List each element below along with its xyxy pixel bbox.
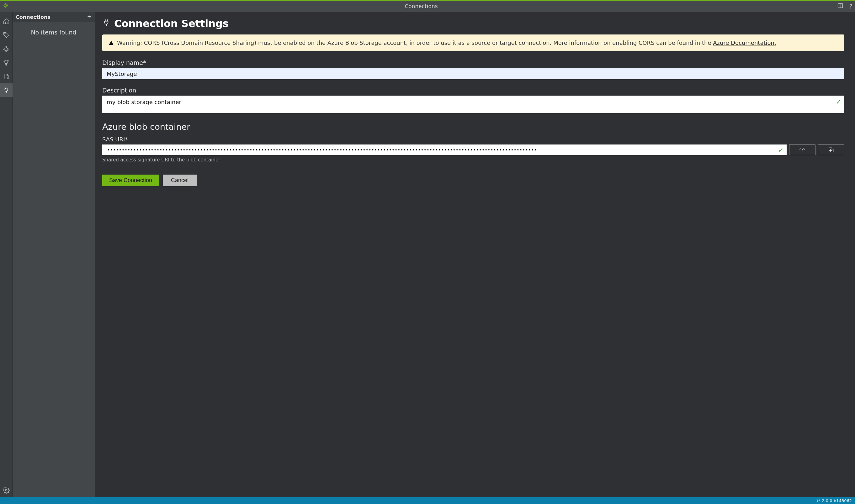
blob-section-heading: Azure blob container [102,122,844,132]
main-content: Connection Settings Warning: CORS (Cross… [95,12,855,497]
save-connection-button[interactable]: Save Connection [102,175,159,186]
sidebar-empty-text: No items found [31,29,76,36]
svg-point-2 [4,34,5,34]
reveal-sas-button[interactable] [789,144,816,155]
svg-point-13 [5,489,7,491]
rail-ideas[interactable] [0,56,13,70]
svg-point-21 [819,500,820,500]
app-logo-icon [2,2,9,10]
rail-new-file[interactable] [0,70,13,83]
description-input[interactable] [102,95,844,113]
sas-uri-input[interactable] [102,144,787,155]
warning-icon [108,39,114,47]
rail-settings[interactable] [0,483,13,497]
display-name-label: Display name* [102,59,844,66]
svg-rect-0 [838,3,843,7]
sidebar: Connections No items found [13,12,95,497]
sas-uri-label: SAS URI* [102,136,844,143]
check-icon: ✓ [778,146,784,154]
left-rail [0,12,13,497]
cors-warning: Warning: CORS (Cross Domain Resource Sha… [102,35,844,51]
display-name-input[interactable] [102,68,844,79]
description-label: Description [102,87,844,94]
window-title: Connections [15,3,827,10]
rail-home[interactable] [0,14,13,28]
git-branch-icon [817,498,822,503]
svg-point-3 [6,47,7,48]
statusbar: 2.0.0-b148062 [0,497,855,504]
plug-icon [102,18,110,29]
svg-line-9 [4,60,4,60]
copy-sas-button[interactable] [818,144,844,155]
rail-tags[interactable] [0,28,13,42]
help-icon[interactable]: ? [849,2,853,10]
svg-line-10 [8,60,8,60]
rail-connections[interactable] [0,83,13,97]
rail-cluster[interactable] [0,42,13,56]
sas-help-text: Shared access signature URI to the blob … [102,157,844,163]
warning-text: Warning: CORS (Cross Domain Resource Sha… [117,39,713,46]
add-connection-button[interactable] [87,14,92,20]
page-title: Connection Settings [114,18,229,30]
svg-point-19 [817,500,818,500]
svg-point-16 [802,149,803,150]
titlebar: Connections ? [0,1,855,12]
svg-point-20 [817,502,818,502]
version-text: 2.0.0-b148062 [822,498,852,503]
panel-toggle-icon[interactable] [837,2,843,10]
azure-docs-link[interactable]: Azure Documentation. [713,39,776,46]
sidebar-title: Connections [16,14,51,20]
cancel-button[interactable]: Cancel [163,175,197,186]
check-icon: ✓ [836,98,841,106]
